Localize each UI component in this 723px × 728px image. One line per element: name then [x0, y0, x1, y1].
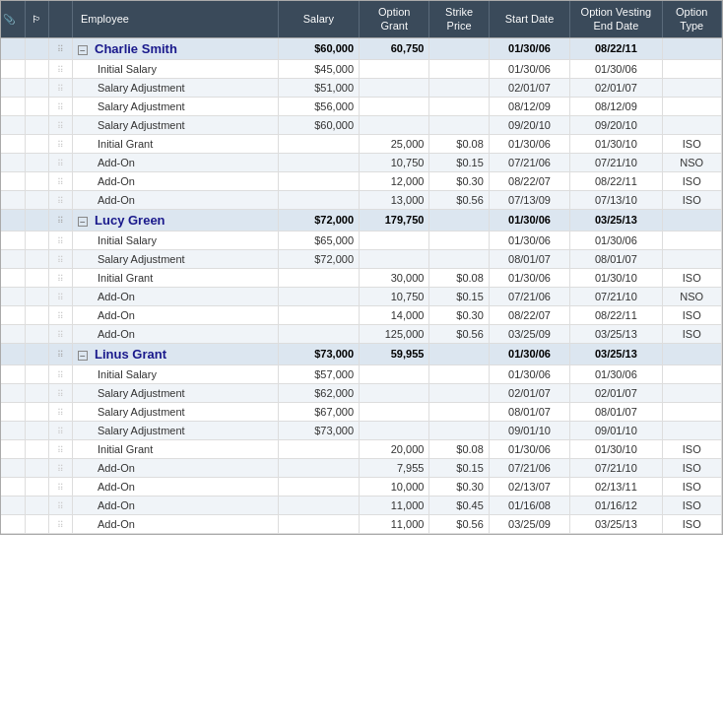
- child-vesting-end: 08/12/09: [570, 97, 662, 115]
- child-grant: [360, 97, 429, 115]
- child-row: ⠿ Add-On 11,000 $0.45 01/16/08 01/16/12 …: [1, 496, 722, 514]
- child-handle: ⠿: [48, 402, 72, 421]
- group-start-date: 01/30/06: [489, 343, 569, 364]
- col-header-salary[interactable]: Salary: [278, 1, 359, 37]
- child-icon2: [25, 402, 48, 421]
- row-icon1: [1, 209, 25, 231]
- col-header-option-vesting[interactable]: Option Vesting End Date: [570, 1, 662, 37]
- child-row: ⠿ Add-On 7,955 $0.15 07/21/06 07/21/10 I…: [1, 458, 722, 477]
- child-option-type: [662, 78, 721, 97]
- child-label: Add-On: [72, 153, 278, 171]
- group-grant: 60,750: [360, 37, 429, 59]
- child-row: ⠿ Add-On 125,000 $0.56 03/25/09 03/25/13…: [1, 324, 722, 343]
- child-row: ⠿ Add-On 10,750 $0.15 07/21/06 07/21/10 …: [1, 287, 722, 305]
- child-strike: [429, 402, 489, 421]
- child-salary: $51,000: [278, 78, 359, 97]
- child-row: ⠿ Salary Adjustment $51,000 02/01/07 02/…: [1, 78, 722, 97]
- child-vesting-end: 08/01/07: [570, 249, 662, 268]
- child-vesting-end: 01/30/06: [570, 59, 662, 78]
- child-icon1: [1, 514, 25, 533]
- child-vesting-end: 01/30/06: [570, 364, 662, 383]
- child-start-date: 01/16/08: [489, 496, 569, 514]
- child-strike: [429, 78, 489, 97]
- child-grant: 25,000: [360, 134, 429, 153]
- child-handle: ⠿: [48, 249, 72, 268]
- group-strike: [429, 209, 489, 231]
- child-strike: $0.30: [429, 477, 489, 496]
- child-icon2: [25, 496, 48, 514]
- flag-icon: 🏳: [32, 14, 41, 25]
- child-start-date: 01/30/06: [489, 134, 569, 153]
- child-handle: ⠿: [48, 231, 72, 249]
- employee-name[interactable]: − Charlie Smith: [72, 37, 278, 59]
- employee-group-row[interactable]: ⠿ − Charlie Smith $60,000 60,750 01/30/0…: [1, 37, 722, 59]
- child-salary: [278, 439, 359, 458]
- collapse-icon[interactable]: −: [78, 351, 88, 361]
- child-grant: 7,955: [360, 458, 429, 477]
- child-strike: $0.30: [429, 305, 489, 324]
- child-strike: $0.56: [429, 514, 489, 533]
- child-option-type: ISO: [662, 439, 721, 458]
- col-header-option-type[interactable]: Option Type: [662, 1, 721, 37]
- child-label: Add-On: [72, 324, 278, 343]
- group-strike: [429, 37, 489, 59]
- child-row: ⠿ Add-On 12,000 $0.30 08/22/07 08/22/11 …: [1, 171, 722, 190]
- child-strike: [429, 115, 489, 134]
- child-icon2: [25, 115, 48, 134]
- child-label: Initial Grant: [72, 439, 278, 458]
- child-start-date: 01/30/06: [489, 59, 569, 78]
- child-handle: ⠿: [48, 171, 72, 190]
- child-row: ⠿ Add-On 14,000 $0.30 08/22/07 08/22/11 …: [1, 305, 722, 324]
- col-header-employee[interactable]: Employee: [72, 1, 278, 37]
- child-icon2: [25, 249, 48, 268]
- employee-name[interactable]: − Lucy Green: [72, 209, 278, 231]
- col-header-start-date[interactable]: Start Date: [489, 1, 569, 37]
- child-vesting-end: 01/30/10: [570, 268, 662, 287]
- child-icon2: [25, 59, 48, 78]
- row-handle: ⠿: [48, 37, 72, 59]
- child-icon1: [1, 383, 25, 402]
- child-icon1: [1, 364, 25, 383]
- col-header-option-grant[interactable]: Option Grant: [360, 1, 429, 37]
- child-grant: 10,750: [360, 153, 429, 171]
- child-vesting-end: 07/21/10: [570, 153, 662, 171]
- employee-group-row[interactable]: ⠿ − Lucy Green $72,000 179,750 01/30/06 …: [1, 209, 722, 231]
- child-start-date: 07/13/09: [489, 190, 569, 209]
- child-option-type: ISO: [662, 496, 721, 514]
- child-vesting-end: 01/30/10: [570, 439, 662, 458]
- child-strike: [429, 249, 489, 268]
- child-icon1: [1, 305, 25, 324]
- child-row: ⠿ Initial Grant 25,000 $0.08 01/30/06 01…: [1, 134, 722, 153]
- child-strike: $0.45: [429, 496, 489, 514]
- collapse-icon[interactable]: −: [78, 45, 88, 55]
- child-handle: ⠿: [48, 153, 72, 171]
- col-header-strike-price[interactable]: Strike Price: [429, 1, 489, 37]
- group-start-date: 01/30/06: [489, 37, 569, 59]
- child-salary: [278, 171, 359, 190]
- col-header-icon1: 📎: [1, 1, 25, 37]
- child-grant: 11,000: [360, 514, 429, 533]
- child-salary: [278, 324, 359, 343]
- employee-group-row[interactable]: ⠿ − Linus Grant $73,000 59,955 01/30/06 …: [1, 343, 722, 364]
- child-row: ⠿ Salary Adjustment $67,000 08/01/07 08/…: [1, 402, 722, 421]
- child-option-type: [662, 249, 721, 268]
- child-grant: 10,000: [360, 477, 429, 496]
- child-label: Initial Salary: [72, 59, 278, 78]
- child-grant: 14,000: [360, 305, 429, 324]
- employee-name[interactable]: − Linus Grant: [72, 343, 278, 364]
- child-icon2: [25, 364, 48, 383]
- employee-table: 📎 🏳 Employee Salary Option Grant Strike …: [1, 1, 722, 534]
- child-option-type: ISO: [662, 324, 721, 343]
- child-option-type: ISO: [662, 268, 721, 287]
- child-salary: $57,000: [278, 364, 359, 383]
- child-strike: [429, 97, 489, 115]
- child-label: Salary Adjustment: [72, 78, 278, 97]
- collapse-icon[interactable]: −: [78, 217, 88, 227]
- child-start-date: 07/21/06: [489, 458, 569, 477]
- child-start-date: 03/25/09: [489, 324, 569, 343]
- child-icon1: [1, 231, 25, 249]
- child-salary: [278, 305, 359, 324]
- child-vesting-end: 02/01/07: [570, 383, 662, 402]
- child-icon1: [1, 458, 25, 477]
- child-grant: [360, 59, 429, 78]
